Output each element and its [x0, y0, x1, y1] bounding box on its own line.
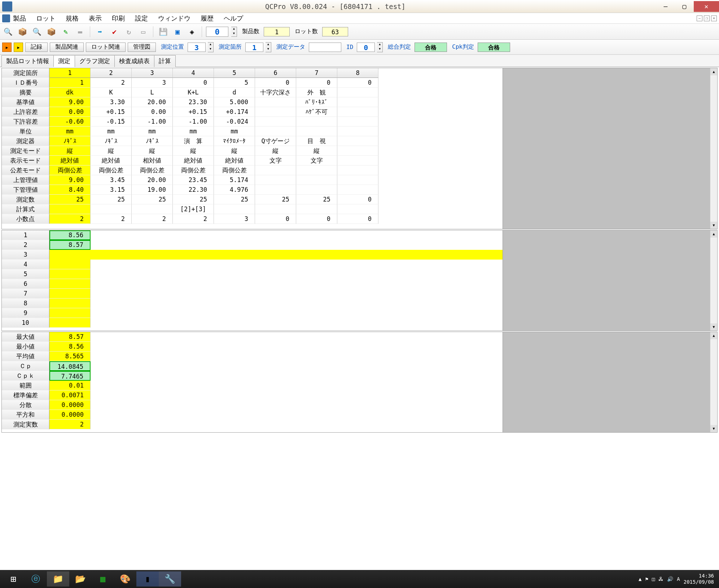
- spec-cell: 絶対値: [214, 156, 255, 165]
- spec-cell: [296, 175, 337, 185]
- spec-cell: ﾉｷﾞｽ: [49, 136, 91, 146]
- target-icon[interactable]: ◈: [186, 26, 198, 37]
- titlebar: QCPro V8.00.024 - [6804171 . test] — ▢ ✕: [0, 0, 719, 13]
- tab-product-lot[interactable]: 製品ロット情報: [1, 55, 54, 67]
- spec-cell: 25: [49, 195, 91, 204]
- doc-icon[interactable]: ▭: [137, 26, 149, 37]
- stats-scrollbar[interactable]: ▲▼: [710, 332, 717, 432]
- product-related-button[interactable]: 製品関連: [50, 43, 84, 52]
- spec-cell: 22.30: [173, 185, 214, 195]
- meas-place-value[interactable]: 1: [245, 43, 263, 52]
- minimize-button[interactable]: —: [656, 1, 675, 12]
- measure-panel: 18.5628.57345678910 ▲▼: [1, 230, 718, 331]
- spec-cell: 縦: [214, 146, 255, 156]
- menu-settings[interactable]: 設定: [135, 14, 148, 23]
- toolbar-secondary: ▸ ▸ 記録 製品関連 ロット関連 管理図 測定位置 3 ▲▼ 測定箇所 1 ▲…: [0, 40, 719, 55]
- spec-cell: K+L: [173, 88, 214, 97]
- spec-cell: 6: [255, 68, 296, 78]
- flag-yellow-icon[interactable]: ▸: [14, 43, 23, 52]
- spec-rowheader: 上許容差: [2, 107, 49, 117]
- tab-graph[interactable]: グラフ測定: [75, 55, 115, 67]
- spec-cell: [255, 97, 296, 107]
- menu-help[interactable]: ヘルプ: [224, 14, 243, 23]
- mdi-restore-icon[interactable]: ❐: [704, 16, 710, 21]
- menu-product[interactable]: 製品: [13, 14, 26, 23]
- meas-cell: 8.57: [49, 240, 91, 250]
- meas-data-input[interactable]: [309, 43, 341, 52]
- id-value[interactable]: 0: [357, 43, 375, 52]
- stat-cell: 8.565: [49, 352, 91, 361]
- spec-cell: [255, 204, 296, 214]
- menu-view[interactable]: 表示: [89, 14, 102, 23]
- pos-spinner[interactable]: ▲▼: [208, 42, 214, 52]
- maximize-button[interactable]: ▢: [675, 1, 694, 12]
- spec-scrollbar[interactable]: ▲▼: [710, 68, 717, 229]
- stat-cell: 8.56: [49, 342, 91, 352]
- meas-pos-value[interactable]: 3: [188, 43, 206, 52]
- spec-cell: [255, 185, 296, 195]
- meas-cell: [49, 308, 91, 318]
- tab-inspection[interactable]: 検査成績表: [114, 55, 154, 67]
- record-button[interactable]: 記録: [25, 43, 48, 52]
- refresh-icon[interactable]: ↻: [123, 26, 135, 37]
- spec-cell: 25: [296, 195, 337, 204]
- menu-spec[interactable]: 規格: [66, 14, 79, 23]
- edit-icon[interactable]: ✎: [60, 26, 71, 37]
- menu-lot[interactable]: ロット: [36, 14, 56, 23]
- stat-rowheader: 範囲: [2, 381, 49, 390]
- spec-cell: 20.00: [132, 97, 173, 107]
- spec-cell: [337, 175, 378, 185]
- menu-history[interactable]: 履歴: [201, 14, 214, 23]
- spec-rowheader: 計算式: [2, 204, 49, 214]
- menu-window[interactable]: ウィンドウ: [158, 14, 190, 23]
- spec-cell: 23.45: [173, 175, 214, 185]
- spec-cell: -1.00: [173, 117, 214, 127]
- counter-spinner[interactable]: ▲▼: [231, 27, 237, 37]
- close-button[interactable]: ✕: [694, 1, 719, 12]
- spec-cell: 25: [255, 195, 296, 204]
- doc-icon: [2, 14, 10, 22]
- spec-cell: [337, 117, 378, 127]
- meas-rowheader: 6: [2, 279, 49, 289]
- lots-value: 63: [322, 27, 348, 36]
- search-box-icon[interactable]: 🔍: [2, 26, 14, 37]
- spec-rowheader: 基準値: [2, 97, 49, 107]
- highlight-row: [49, 250, 503, 260]
- check-icon[interactable]: ✔: [109, 26, 120, 37]
- spec-cell: 目 視: [296, 136, 337, 146]
- spec-cell: 絶対値: [49, 156, 91, 165]
- spec-cell: ﾏｲｸﾛﾒｰﾀ: [214, 136, 255, 146]
- spec-cell: [337, 97, 378, 107]
- add-box-icon[interactable]: 📦: [17, 26, 28, 37]
- spec-cell: 文字: [296, 156, 337, 165]
- spec-cell: 両側公差: [91, 165, 132, 175]
- tab-calc[interactable]: 計算: [154, 55, 176, 67]
- id-spinner[interactable]: ▲▼: [377, 42, 383, 52]
- window-icon[interactable]: ▣: [172, 26, 183, 37]
- spec-rowheader: 上管理値: [2, 175, 49, 185]
- menu-print[interactable]: 印刷: [112, 14, 125, 23]
- spec-cell: 3.15: [91, 185, 132, 195]
- spec-cell: mm: [132, 127, 173, 136]
- mdi-close-icon[interactable]: ×: [711, 16, 717, 21]
- flag-orange-icon[interactable]: ▸: [2, 43, 12, 52]
- place-spinner[interactable]: ▲▼: [266, 42, 271, 52]
- save-icon[interactable]: 💾: [157, 26, 169, 37]
- spec-cell: 演 算: [173, 136, 214, 146]
- measure-scrollbar[interactable]: ▲▼: [710, 230, 717, 331]
- spec-cell: 縦: [91, 146, 132, 156]
- spec-cell: [255, 165, 296, 175]
- meas-rowheader: 9: [2, 308, 49, 318]
- disabled-icon: ▬: [74, 26, 86, 37]
- search-box2-icon[interactable]: 🔍: [31, 26, 43, 37]
- add-box2-icon[interactable]: 📦: [45, 26, 57, 37]
- export-icon[interactable]: ➡: [94, 26, 106, 37]
- spec-cell: [337, 204, 378, 214]
- mdi-min-icon[interactable]: –: [697, 16, 702, 21]
- control-chart-button[interactable]: 管理図: [128, 43, 156, 52]
- spec-cell: 文字: [255, 156, 296, 165]
- lot-related-button[interactable]: ロット関連: [86, 43, 126, 52]
- spec-cell: [255, 127, 296, 136]
- tab-measure[interactable]: 測定: [53, 55, 75, 67]
- spec-cell: 25: [91, 195, 132, 204]
